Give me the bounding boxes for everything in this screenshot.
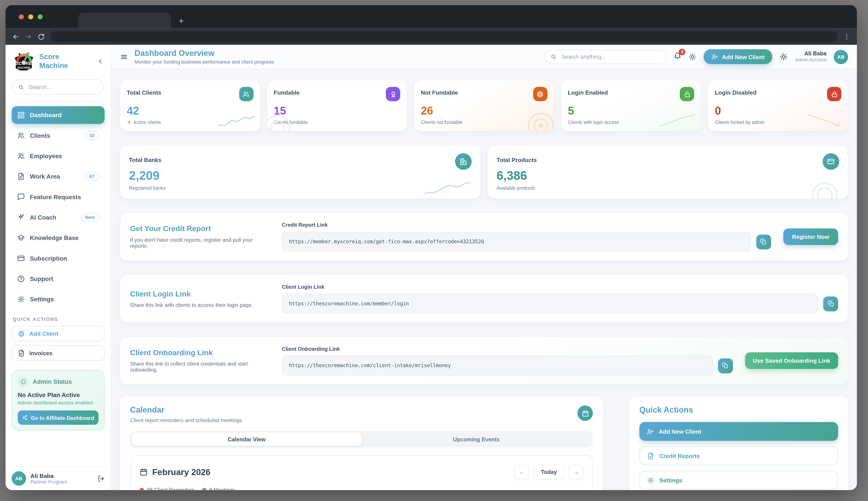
next-month-button[interactable]: → xyxy=(568,465,584,480)
sidebar-item-knowledge-base[interactable]: Knowledge Base xyxy=(11,229,104,247)
sidebar-search[interactable] xyxy=(12,79,104,95)
sidebar-item-feature-requests[interactable]: Feature Requests xyxy=(11,188,104,206)
users-icon xyxy=(239,87,253,101)
header-avatar[interactable]: AB xyxy=(834,50,848,64)
sparkline xyxy=(805,112,844,128)
products-icon xyxy=(823,153,839,170)
go-to-affiliate-dashboard-button[interactable]: Go to Affiliate Dashboard xyxy=(18,411,98,425)
browser-menu-icon[interactable] xyxy=(843,33,850,40)
calendar-glyph-icon xyxy=(139,468,148,476)
invoices-button[interactable]: Invoices xyxy=(11,345,104,361)
page-subtitle: Monitor your funding business performanc… xyxy=(135,59,274,64)
copy-client-login-link-button[interactable] xyxy=(823,296,838,311)
add-new-client-button[interactable]: Add New Client xyxy=(704,49,772,64)
search-icon xyxy=(551,54,556,60)
tab-upcoming-events[interactable]: Upcoming Events xyxy=(362,433,591,446)
search-icon xyxy=(18,84,23,90)
award-icon xyxy=(386,87,400,101)
global-search-input[interactable] xyxy=(560,53,660,60)
add-client-button[interactable]: Add Client xyxy=(11,326,104,341)
dashboard-content: Total Clients 42 Active clients xyxy=(111,69,857,490)
svg-text:MACHINE: MACHINE xyxy=(18,66,30,70)
sparkline xyxy=(217,112,255,128)
sidebar-item-subscription[interactable]: Subscription xyxy=(11,249,104,267)
copy-icon xyxy=(760,238,767,245)
notifications-button[interactable]: 3 xyxy=(674,52,682,62)
sidebar-item-work-area[interactable]: Work Area 67 xyxy=(11,168,104,185)
sidebar-item-clients[interactable]: Clients 42 xyxy=(11,127,104,145)
stat-card-fundable: Fundable 15 Clients fundable xyxy=(267,80,407,131)
sidebar-item-settings[interactable]: Settings xyxy=(11,290,104,308)
new-tab-button[interactable]: + xyxy=(179,17,184,25)
stat-card-login-disabled: Login Disabled 0 Clients locked by admin xyxy=(708,80,848,131)
client-login-link-input[interactable] xyxy=(282,294,818,313)
header-settings-icon[interactable] xyxy=(780,53,788,61)
browser-tab[interactable] xyxy=(78,13,171,28)
credit-report-link-input[interactable] xyxy=(282,232,751,252)
brand: SCORE MACHINE Score Machine xyxy=(11,50,104,77)
forward-icon[interactable] xyxy=(25,33,32,40)
sidebar-item-employees[interactable]: Employees xyxy=(11,147,104,165)
total-banks-card: Total Banks 2,209 Registered banks xyxy=(120,145,481,199)
score-machine-logo: SCORE MACHINE xyxy=(13,51,35,71)
lock-icon xyxy=(827,87,841,101)
calendar-tabs: Calendar View Upcoming Events xyxy=(130,431,593,448)
qa-credit-reports-button[interactable]: Credit Reports xyxy=(639,446,838,465)
reminders-dot xyxy=(139,488,144,490)
clients-count-badge: 42 xyxy=(85,131,99,140)
client-login-section: Client Login Link Share this link with c… xyxy=(120,275,848,323)
sidebar-item-support[interactable]: Support xyxy=(11,270,104,288)
client-onboarding-link-input[interactable] xyxy=(282,356,713,376)
qa-add-new-client-button[interactable]: Add New Client xyxy=(639,422,838,441)
circle-watermark xyxy=(807,178,843,199)
stat-card-not-fundable: Not Fundable 26 Clients not fundable xyxy=(414,80,554,131)
copy-credit-report-link-button[interactable] xyxy=(756,234,771,249)
register-now-button[interactable]: Register Now xyxy=(783,228,838,245)
calendar-title: Calendar xyxy=(130,405,242,414)
back-icon[interactable] xyxy=(12,33,19,40)
url-bar[interactable] xyxy=(50,31,838,42)
sidebar: SCORE MACHINE Score Machine xyxy=(6,45,111,490)
use-saved-onboarding-link-button[interactable]: Use Saved Onboarding Link xyxy=(745,352,838,369)
global-search[interactable] xyxy=(545,50,667,64)
qa-settings-button[interactable]: Settings xyxy=(639,471,838,490)
unlock-icon xyxy=(680,87,694,101)
sidebar-item-dashboard[interactable]: Dashboard xyxy=(11,106,104,124)
client-onboarding-title: Client Onboarding Link xyxy=(130,349,270,357)
today-button[interactable]: Today xyxy=(534,465,564,480)
logout-icon[interactable] xyxy=(97,475,104,482)
calendar-icon xyxy=(577,405,593,421)
theme-toggle-icon[interactable] xyxy=(689,53,697,61)
sidebar-item-ai-coach[interactable]: AI Coach New xyxy=(11,209,104,226)
copy-icon xyxy=(722,362,729,369)
user-plus-icon xyxy=(647,428,654,435)
tab-calendar-view[interactable]: Calendar View xyxy=(132,433,362,446)
feature-requests-icon xyxy=(17,193,25,201)
quick-actions-panel: Quick Actions Add New Client Credit Repo… xyxy=(629,397,848,490)
target-watermark xyxy=(523,108,554,131)
maximize-window-button[interactable] xyxy=(38,14,43,19)
work-area-icon xyxy=(17,173,25,180)
target-icon xyxy=(533,87,547,101)
total-products-card: Total Products 6,386 Available products xyxy=(488,145,848,199)
work-area-count-badge: 67 xyxy=(85,172,99,181)
collapse-sidebar-icon[interactable] xyxy=(97,58,104,65)
credit-report-section: Get Your Credit Report If you don't have… xyxy=(120,213,848,260)
calendar-legend: 38 Client Reminders 8 Meetings xyxy=(139,487,584,490)
support-icon xyxy=(17,275,25,283)
client-login-title: Client Login Link xyxy=(130,290,270,298)
clients-icon xyxy=(17,132,25,139)
reload-icon[interactable] xyxy=(38,33,45,40)
close-window-button[interactable] xyxy=(19,14,24,19)
window-controls[interactable] xyxy=(6,5,51,28)
minimize-window-button[interactable] xyxy=(28,14,33,19)
copy-onboarding-link-button[interactable] xyxy=(718,358,733,373)
sidebar-search-input[interactable] xyxy=(27,83,98,90)
admin-plan-text: No Active Plan Active xyxy=(18,392,98,398)
divider xyxy=(10,101,106,102)
prev-month-button[interactable]: ← xyxy=(514,465,529,480)
trend-up-icon xyxy=(127,120,132,125)
user-plus-icon xyxy=(711,53,718,60)
gear-icon xyxy=(647,477,654,483)
menu-icon[interactable] xyxy=(120,53,128,61)
